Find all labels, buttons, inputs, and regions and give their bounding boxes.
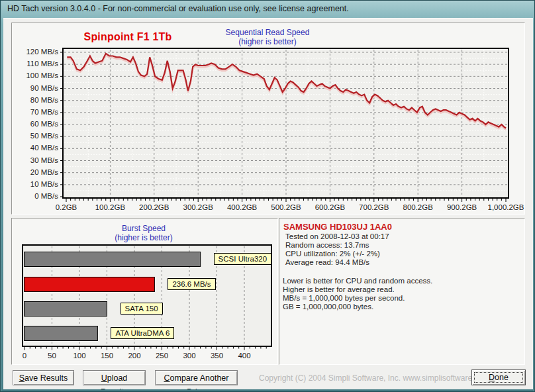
sequential-read-panel: Spinpoint F1 1Tb Sequential Read Speed (… (11, 23, 525, 215)
y-axis-label: 40 MB/s (12, 144, 58, 152)
y-axis-label: 0 MB/s (12, 192, 58, 200)
burst-x-axis-label: 400 (220, 352, 268, 360)
y-axis-label: 110 MB/s (12, 60, 58, 68)
upload-results-button[interactable]: Upload Results (83, 370, 146, 385)
x-axis-label: 600.2GB (306, 203, 354, 211)
drive-model: SAMSUNG HD103UJ 1AA0 (283, 222, 392, 232)
burst-bar (24, 326, 98, 341)
copyright-text: Copyright (C) 2004 Simpli Software, Inc.… (259, 373, 489, 383)
x-axis-label: 400.2GB (219, 203, 266, 211)
main-dialog: Spinpoint F1 1Tb Sequential Read Speed (… (3, 18, 533, 389)
y-axis-label: 120 MB/s (12, 48, 58, 56)
note-read: Higher is better for average read. (283, 285, 395, 293)
y-axis-label: 10 MB/s (12, 180, 58, 188)
y-axis-label: 80 MB/s (12, 96, 58, 104)
x-axis-label: 800.2GB (394, 203, 442, 211)
burst-bar-label: ATA UltraDMA 6 (111, 327, 174, 339)
drive-info-panel: SAMSUNG HD103UJ 1AA0 Tested on 2008-12-0… (279, 218, 525, 365)
x-axis-label: 1,000.2GB (482, 203, 525, 211)
burst-bar (24, 302, 107, 317)
x-axis-label: 500.2GB (262, 203, 310, 211)
window-title: HD Tach version 3.0.4.0 - For non-commer… (7, 4, 349, 13)
random-access: Random access: 13.7ms (285, 241, 369, 249)
x-axis-label: 200.2GB (130, 203, 178, 211)
burst-title: Burst Speed (higher is better) (77, 224, 210, 242)
compare-another-drive-button[interactable]: Compare Another Drive (155, 370, 238, 385)
cpu-utilization: CPU utilization: 2% (+/- 2%) (285, 250, 380, 258)
burst-title-line2: (higher is better) (77, 233, 210, 242)
title-bar[interactable]: HD Tach version 3.0.4.0 - For non-commer… (1, 1, 534, 18)
x-axis-label: 100.2GB (86, 203, 134, 211)
x-axis-label: 0.2GB (42, 203, 90, 211)
chart-title-line1: Sequential Read Speed (201, 28, 334, 37)
y-axis-label: 90 MB/s (12, 84, 58, 92)
app-window: HD Tach version 3.0.4.0 - For non-commer… (0, 0, 535, 392)
note-gb: GB = 1,000,000,000 bytes. (283, 303, 373, 311)
x-axis-label: 300.2GB (174, 203, 222, 211)
tested-on: Tested on 2008-12-03 at 00:17 (285, 232, 389, 240)
burst-bar-label: 236.6 MB/s (168, 278, 215, 290)
burst-bar (24, 252, 201, 267)
done-button[interactable]: Done (471, 369, 526, 385)
y-axis-label: 50 MB/s (12, 132, 58, 140)
burst-bar (24, 277, 155, 292)
save-results-button[interactable]: Save Results (13, 370, 74, 385)
y-axis-label: 20 MB/s (12, 168, 58, 176)
average-read: Average read: 94.4 MB/s (285, 258, 369, 266)
x-axis-label: 700.2GB (350, 203, 398, 211)
burst-speed-panel: Burst Speed (higher is better) SCSI Ultr… (11, 218, 278, 365)
y-axis-label: 60 MB/s (12, 120, 58, 128)
burst-bar-label: SATA 150 (121, 303, 163, 315)
y-axis-label: 100 MB/s (12, 72, 58, 79)
x-axis-label: 900.2GB (438, 203, 486, 211)
chart-title-line2: (higher is better) (201, 37, 334, 46)
note-mbs: MB/s = 1,000,000 bytes per second. (283, 294, 405, 302)
sequential-read-plot (59, 48, 510, 203)
sequential-read-title: Sequential Read Speed (higher is better) (201, 28, 334, 46)
y-axis-label: 70 MB/s (12, 108, 58, 116)
note-cpu: Lower is better for CPU and random acces… (283, 277, 432, 285)
drive-label: Spinpoint F1 1Tb (42, 31, 214, 43)
burst-bar-label: SCSI Ultra320 (214, 253, 272, 265)
y-axis-label: 30 MB/s (12, 156, 58, 164)
burst-title-line1: Burst Speed (77, 224, 210, 233)
